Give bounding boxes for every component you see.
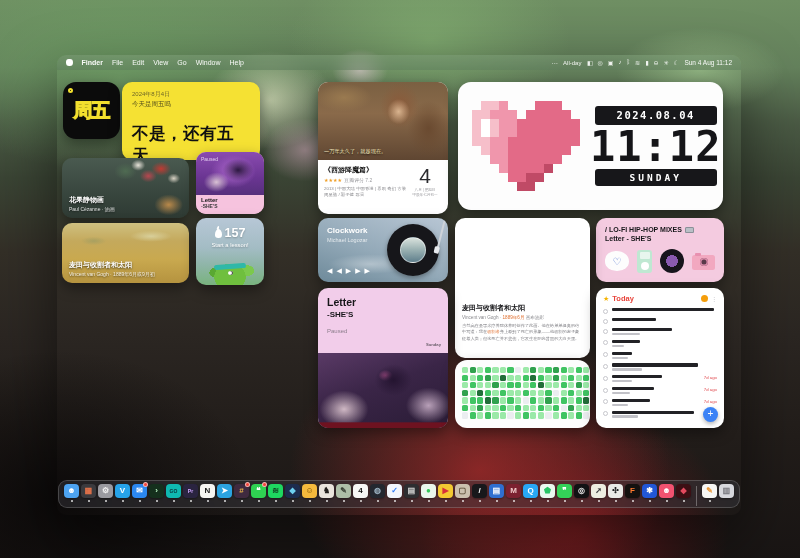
vscode-icon[interactable]: V bbox=[115, 484, 130, 499]
dock-app-app-sage[interactable]: ✎ bbox=[336, 484, 351, 502]
app-sage-icon[interactable]: ✎ bbox=[336, 484, 351, 499]
wechat-icon[interactable]: ❝ bbox=[251, 484, 266, 499]
widget-music-player-small[interactable]: Paused Letter -SHE'S bbox=[196, 152, 264, 214]
widget-todo-list[interactable]: ★ Today ⋮ 7d ago7d ago7d ago + bbox=[596, 288, 724, 428]
status-allday-label[interactable]: All-day bbox=[563, 60, 581, 66]
dock-app-chatgpt[interactable]: ✣ bbox=[608, 484, 623, 502]
dock-app-app-navy[interactable]: ◆ bbox=[285, 484, 300, 502]
things-icon[interactable]: ✓ bbox=[387, 484, 402, 499]
dock-app-wechat[interactable]: ❝ bbox=[251, 484, 266, 502]
terminal-icon[interactable]: › bbox=[149, 484, 164, 499]
dock-app-notion-calendar[interactable]: / bbox=[472, 484, 487, 502]
system-settings-icon[interactable]: ⚙ bbox=[98, 484, 113, 499]
dock-app-notion[interactable]: N bbox=[200, 484, 215, 502]
dock-app-app-blue-doc[interactable]: ▤ bbox=[489, 484, 504, 502]
widget-contribution-graph[interactable] bbox=[455, 360, 590, 428]
widget-art-cezanne[interactable]: 花果静物画 Paul Cézanne · 油画 bbox=[62, 158, 189, 218]
dock-app-pixelmator[interactable]: ✱ bbox=[642, 484, 657, 502]
todo-item-9[interactable] bbox=[603, 411, 717, 418]
todo-checkbox[interactable] bbox=[603, 352, 608, 357]
messages-green-icon[interactable]: ❞ bbox=[557, 484, 572, 499]
friday-app-icon[interactable]: 周五 bbox=[63, 82, 120, 139]
app-tan-icon[interactable]: ▢ bbox=[455, 484, 470, 499]
apple-menu-icon[interactable] bbox=[66, 59, 73, 67]
dock-app-finder[interactable]: ☻ bbox=[64, 484, 79, 502]
app-maroon-icon[interactable]: M bbox=[506, 484, 521, 499]
status-icon-4[interactable]: ᛒ bbox=[627, 59, 631, 66]
widget-friday-countdown[interactable]: 2024年8月4日 今天是周五吗 不是，还有五天 bbox=[122, 82, 260, 160]
todo-checkbox[interactable] bbox=[603, 376, 608, 381]
app-slate-icon[interactable]: ◍ bbox=[370, 484, 385, 499]
pixelmator-icon[interactable]: ✱ bbox=[642, 484, 657, 499]
widget-pixel-clock[interactable]: 2024.08.04 11:12 SUNDAY bbox=[458, 82, 723, 210]
dock-app-app-slate[interactable]: ◍ bbox=[370, 484, 385, 502]
status-icon-1[interactable]: ◎ bbox=[598, 59, 603, 66]
status-icon-0[interactable]: ◧ bbox=[587, 59, 593, 66]
dock-app-system-settings[interactable]: ⚙ bbox=[98, 484, 113, 502]
dock-app-slack[interactable]: # bbox=[234, 484, 249, 502]
todo-menu-icon[interactable]: ⋮ bbox=[711, 295, 717, 302]
todo-checkbox[interactable] bbox=[603, 388, 608, 393]
todo-item-4[interactable] bbox=[603, 352, 717, 359]
dock-app-app-mint[interactable]: ● bbox=[421, 484, 436, 502]
trash-icon[interactable]: ▥ bbox=[719, 484, 734, 499]
menu-clock[interactable]: Sun 4 Aug 11:12 bbox=[684, 59, 732, 66]
dock-app-things[interactable]: ✓ bbox=[387, 484, 402, 502]
previous-track-icon[interactable]: ◀◀ bbox=[327, 267, 346, 274]
widget-vangogh-card[interactable]: 麦田与收割者和太阳 Vincent van Gogh · 1889年6月 画布油… bbox=[455, 218, 590, 358]
dock-app-app-tan[interactable]: ▢ bbox=[455, 484, 470, 502]
dock-app-app-orange[interactable]: ☺ bbox=[302, 484, 317, 502]
menu-item-finder[interactable]: Finder bbox=[82, 59, 103, 66]
notion-calendar-icon[interactable]: / bbox=[472, 484, 487, 499]
app-blue-doc-icon[interactable]: ▤ bbox=[489, 484, 504, 499]
chatgpt-icon[interactable]: ✣ bbox=[608, 484, 623, 499]
todo-checkbox[interactable] bbox=[603, 364, 608, 369]
todo-item-0[interactable] bbox=[603, 308, 717, 314]
app-navy-icon[interactable]: ◆ bbox=[285, 484, 300, 499]
menu-item-view[interactable]: View bbox=[153, 59, 168, 66]
todo-checkbox[interactable] bbox=[603, 329, 608, 334]
todo-checkbox[interactable] bbox=[603, 309, 608, 314]
dock-app-messages-green[interactable]: ❞ bbox=[557, 484, 572, 502]
widget-movie-calendar[interactable]: 一万年太久了，就趁现在。 《西游降魔篇》 ★★★★豆瓣评分 7.2 2013 |… bbox=[318, 82, 448, 214]
notes-dark-icon[interactable]: ▤ bbox=[404, 484, 419, 499]
app-darkred-icon[interactable]: ◆ bbox=[676, 484, 691, 499]
dock-app-vscode[interactable]: V bbox=[115, 484, 130, 502]
todo-checkbox[interactable] bbox=[603, 340, 608, 345]
telegram-icon[interactable]: ➤ bbox=[217, 484, 232, 499]
notion-icon[interactable]: N bbox=[200, 484, 215, 499]
goland-icon[interactable]: GO bbox=[166, 484, 181, 499]
dock-app-screen-share[interactable]: ➚ bbox=[591, 484, 606, 502]
dock-app-qq[interactable]: Q bbox=[523, 484, 538, 502]
next-track-icon[interactable]: ▶▶ bbox=[355, 267, 374, 274]
status-icon-9[interactable]: ☾ bbox=[674, 59, 679, 66]
status-icon-2[interactable]: ▣ bbox=[608, 59, 614, 66]
potplayer-icon[interactable]: ▶ bbox=[438, 484, 453, 499]
widget-clockwork-player[interactable]: Clockwork Michael Logozar ◀◀▶▶▶ bbox=[318, 218, 448, 282]
vangogh-card-body-link[interactable]: 收割者 bbox=[487, 329, 500, 334]
menu-item-help[interactable]: Help bbox=[230, 59, 244, 66]
app-orange-icon[interactable]: ☺ bbox=[302, 484, 317, 499]
todo-item-2[interactable] bbox=[603, 328, 717, 335]
vangogh-card-date-link[interactable]: 1889年6月 bbox=[503, 315, 525, 320]
todo-item-7[interactable]: 7d ago bbox=[603, 387, 717, 394]
dock-app-launchpad[interactable]: ▦ bbox=[81, 484, 96, 502]
screen-share-icon[interactable]: ➚ bbox=[591, 484, 606, 499]
dock-app-mail[interactable]: ✉ bbox=[132, 484, 147, 502]
spotify-icon[interactable]: ≋ bbox=[268, 484, 283, 499]
widget-art-vangogh-small[interactable]: 麦田与收割者和太阳 Vincent van Gogh · 1889年6月或9月初 bbox=[62, 223, 189, 283]
todo-item-6[interactable]: 7d ago bbox=[603, 375, 717, 382]
dock-app-app-darkred[interactable]: ◆ bbox=[676, 484, 691, 502]
todo-checkbox[interactable] bbox=[603, 319, 608, 324]
status-icon-7[interactable]: ⊖ bbox=[653, 59, 658, 66]
menu-item-file[interactable]: File bbox=[112, 59, 123, 66]
app-flame-icon[interactable]: F bbox=[625, 484, 640, 499]
dock-app-app-maroon[interactable]: M bbox=[506, 484, 521, 502]
app-black-icon[interactable]: ◎ bbox=[574, 484, 589, 499]
dock-app-app-shield[interactable]: ⬟ bbox=[540, 484, 555, 502]
dock-app-app-black[interactable]: ◎ bbox=[574, 484, 589, 502]
pages-icon[interactable]: ✎ bbox=[702, 484, 717, 499]
dock-app-goland[interactable]: GO bbox=[166, 484, 181, 502]
mail-icon[interactable]: ✉ bbox=[132, 484, 147, 499]
dock-app-notes-dark[interactable]: ▤ bbox=[404, 484, 419, 502]
